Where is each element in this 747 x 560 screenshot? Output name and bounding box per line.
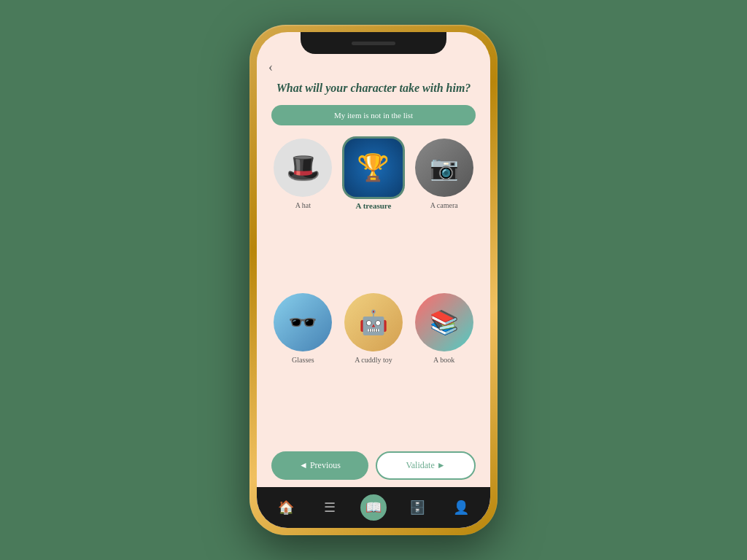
list-item[interactable]: 📷 A camera: [412, 139, 476, 286]
hat-icon: 🎩: [274, 139, 332, 197]
camera-label: A camera: [430, 201, 458, 209]
nav-database-icon[interactable]: 🗄️: [404, 494, 430, 521]
phone-screen: ‹ What will your character take with him…: [257, 54, 490, 528]
book-icon: 📚: [415, 293, 473, 351]
back-arrow-icon[interactable]: ‹: [268, 60, 273, 75]
nav-profile-icon[interactable]: 👤: [448, 494, 474, 521]
speaker: [352, 42, 395, 45]
treasure-icon: 🏆: [344, 139, 403, 197]
list-item[interactable]: 🏆 A treasure: [342, 139, 406, 286]
screen-header: ‹: [257, 54, 490, 78]
list-item[interactable]: 🤖 A cuddly toy: [342, 293, 406, 440]
book-label: A book: [433, 356, 454, 364]
not-in-list-button[interactable]: My item is not in the list: [271, 105, 476, 125]
treasure-label: A treasure: [356, 201, 392, 210]
list-item[interactable]: 📚 A book: [412, 293, 476, 440]
nav-home-icon[interactable]: 🏠: [273, 494, 299, 521]
cuddly-toy-icon: 🤖: [344, 293, 403, 351]
glasses-icon: 🕶️: [274, 293, 332, 351]
cuddly-toy-label: A cuddly toy: [355, 356, 392, 364]
page-title: What will your character take with him?: [257, 78, 490, 102]
items-grid: 🎩 A hat 🏆 A treasure 📷 A camera: [257, 133, 490, 446]
validate-button[interactable]: Validate ►: [376, 451, 476, 480]
notch-area: [301, 32, 446, 54]
phone-inner: ‹ What will your character take with him…: [257, 32, 490, 528]
previous-button[interactable]: ◄ Previous: [271, 451, 368, 480]
nav-book-icon[interactable]: 📖: [360, 494, 387, 521]
camera-icon: 📷: [415, 139, 473, 197]
bottom-buttons: ◄ Previous Validate ►: [257, 446, 490, 487]
nav-list-icon[interactable]: ☰: [317, 494, 343, 521]
list-item[interactable]: 🕶️ Glasses: [271, 293, 335, 440]
hat-label: A hat: [295, 201, 311, 209]
glasses-label: Glasses: [292, 356, 314, 364]
phone-outer: ‹ What will your character take with him…: [249, 25, 498, 535]
list-item[interactable]: 🎩 A hat: [271, 139, 335, 286]
bottom-nav: 🏠 ☰ 📖 🗄️ 👤: [257, 487, 490, 528]
